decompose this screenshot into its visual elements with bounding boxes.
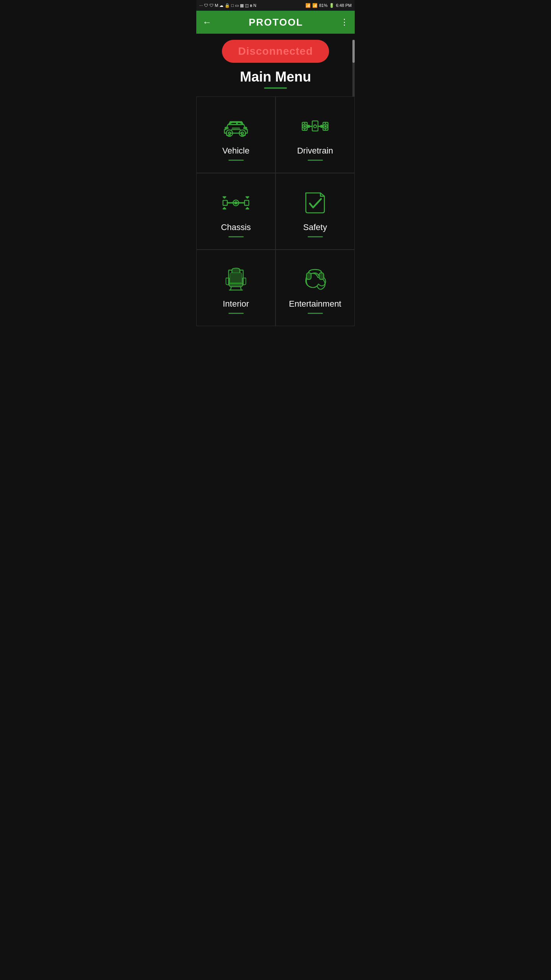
scrollbar-thumb[interactable] (352, 40, 355, 63)
vehicle-underline (228, 160, 244, 161)
bluetooth-icon: ʙ (250, 3, 252, 8)
svg-rect-8 (312, 121, 318, 131)
status-left-icons: ··· 🛡 🛡 M ☁ 🔒 □ ▭ ▦ ◫ ʙ N (199, 3, 256, 8)
status-bar: ··· 🛡 🛡 M ☁ 🔒 □ ▭ ▦ ◫ ʙ N 📶 📶 81% 🔋 6:48… (196, 0, 355, 11)
drivetrain-underline (308, 160, 323, 161)
drivetrain-label: Drivetrain (297, 146, 333, 156)
chassis-underline (228, 236, 244, 237)
connection-status-label: Disconnected (238, 45, 313, 57)
app-title: PROTOOL (249, 16, 303, 28)
flipboard-icon: ◫ (245, 3, 249, 8)
menu-item-drivetrain[interactable]: Drivetrain (276, 96, 355, 173)
svg-line-27 (231, 287, 231, 290)
svg-point-12 (321, 125, 323, 127)
entertainment-icon (300, 266, 331, 293)
menu-item-vehicle[interactable]: Vehicle (196, 96, 276, 173)
back-button[interactable]: ← (202, 17, 212, 28)
svg-point-13 (314, 125, 317, 128)
monitor-icon: □ (231, 3, 234, 8)
wifi-icon: 📶 (305, 3, 311, 8)
safety-underline (308, 236, 323, 237)
svg-line-28 (241, 287, 241, 290)
entertainment-underline (308, 313, 323, 314)
wifi-shield-icon: 🛡 (204, 3, 208, 8)
gallery-icon: ▦ (240, 3, 244, 8)
menu-item-interior[interactable]: Interior (196, 250, 276, 326)
svg-point-3 (241, 132, 244, 134)
status-right-icons: 📶 📶 81% 🔋 6:48 PM (305, 3, 352, 8)
nfc-icon: N (253, 3, 256, 8)
safety-icon (300, 189, 331, 216)
time: 6:48 PM (336, 3, 352, 8)
interior-underline (228, 313, 244, 314)
lock-icon: 🔒 (225, 3, 230, 8)
svg-rect-23 (245, 200, 249, 205)
menu-title-divider (264, 87, 287, 89)
battery-text: 81% (319, 3, 328, 8)
interior-icon (221, 266, 251, 293)
vehicle-label: Vehicle (222, 146, 249, 156)
menu-item-entertainment[interactable]: Entertainment (276, 250, 355, 326)
signal-icon: 📶 (312, 3, 318, 8)
notification-dots: ··· (199, 3, 203, 8)
overflow-menu-button[interactable]: ⋮ (340, 17, 349, 27)
menu-item-chassis[interactable]: Chassis (196, 173, 276, 250)
display-icon: ▭ (235, 3, 239, 8)
svg-rect-22 (223, 200, 227, 205)
gmail-icon: M (215, 3, 218, 8)
safety-label: Safety (303, 222, 327, 232)
svg-rect-31 (319, 273, 324, 279)
chassis-label: Chassis (221, 222, 251, 232)
menu-grid: Vehicle (196, 96, 355, 326)
menu-item-safety[interactable]: Safety (276, 173, 355, 250)
svg-point-26 (235, 202, 237, 204)
battery-icon: 🔋 (329, 3, 334, 8)
vehicle-icon (221, 113, 251, 140)
entertainment-label: Entertainment (289, 299, 341, 309)
connection-status-banner[interactable]: Disconnected (222, 40, 329, 63)
svg-rect-30 (306, 273, 311, 279)
svg-point-11 (308, 125, 310, 127)
svg-point-17 (325, 126, 326, 127)
app-bar: ← PROTOOL ⋮ (196, 11, 355, 34)
shield-icon: 🛡 (209, 3, 214, 8)
drivetrain-icon (300, 113, 331, 140)
chassis-icon (221, 189, 251, 216)
interior-label: Interior (223, 299, 249, 309)
svg-point-2 (228, 132, 231, 134)
svg-point-16 (304, 126, 305, 127)
cloud-icon: ☁ (219, 3, 223, 8)
main-content: Disconnected Main Menu (196, 40, 355, 326)
main-menu-title: Main Menu (196, 69, 355, 85)
